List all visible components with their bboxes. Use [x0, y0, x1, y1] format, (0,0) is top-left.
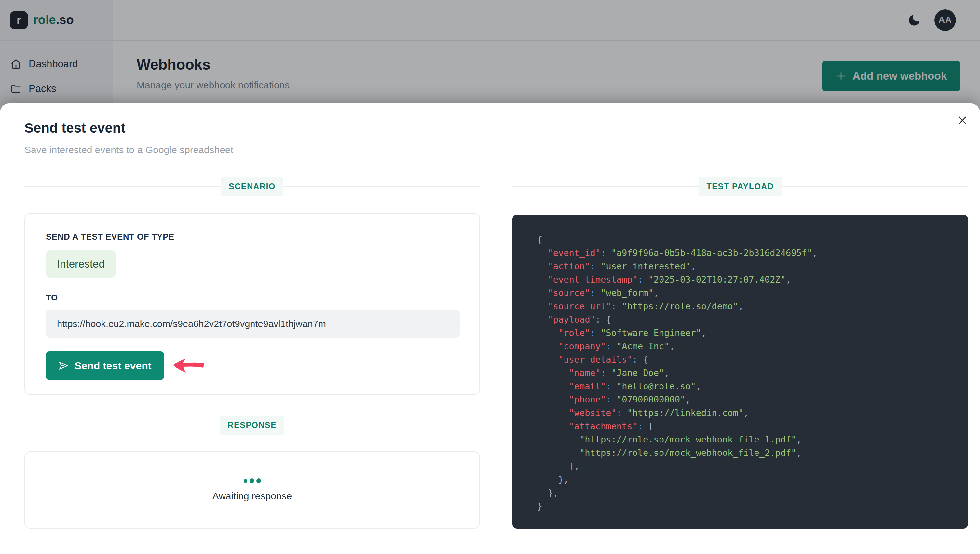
to-label: TO: [46, 293, 458, 303]
payload-column: TEST PAYLOAD { "event_id": "a9f9f96a-0b5…: [512, 103, 968, 554]
send-test-event-label: Send test event: [75, 360, 152, 372]
code-line: "source": "web_form",: [537, 286, 955, 299]
send-row: Send test event: [46, 352, 458, 380]
code-line: },: [537, 473, 955, 486]
code-line: "event_id": "a9f9f96a-0b5b-418a-ac3b-2b3…: [537, 246, 955, 259]
code-line: ],: [537, 459, 955, 473]
scenario-column: SCENARIO SEND A TEST EVENT OF TYPE Inter…: [24, 103, 480, 554]
code-line: "payload": {: [537, 313, 955, 326]
code-line: "action": "user_interested",: [537, 259, 955, 273]
test-payload-code-block: { "event_id": "a9f9f96a-0b5b-418a-ac3b-2…: [512, 215, 968, 529]
payload-section-label: TEST PAYLOAD: [699, 177, 782, 196]
response-section-label: RESPONSE: [220, 416, 285, 435]
code-line: },: [537, 486, 955, 499]
send-plane-icon: [58, 361, 69, 371]
code-line: "user_details": {: [537, 353, 955, 366]
code-line: "https://role.so/mock_webhook_file_2.pdf…: [537, 446, 955, 459]
red-arrow-left-icon: [172, 358, 205, 374]
code-line: "email": "hello@role.so",: [537, 379, 955, 393]
awaiting-response-text: Awaiting response: [212, 490, 292, 501]
code-line: "source_url": "https://role.so/demo",: [537, 299, 955, 313]
event-type-label: SEND A TEST EVENT OF TYPE: [46, 232, 458, 242]
response-card: Awaiting response: [24, 451, 480, 529]
loading-dots-icon: [244, 478, 261, 484]
code-line: {: [537, 233, 955, 246]
code-line: "attachments": [: [537, 419, 955, 433]
scenario-card: SEND A TEST EVENT OF TYPE Interested TO …: [24, 213, 480, 395]
send-test-event-button[interactable]: Send test event: [46, 352, 164, 380]
scenario-section-label: SCENARIO: [221, 177, 283, 196]
payload-divider: TEST PAYLOAD: [512, 177, 968, 196]
code-line: "event_timestamp": "2025-03-02T10:27:07.…: [537, 273, 955, 286]
send-test-event-modal: Send test event Save interested events t…: [0, 103, 980, 554]
scenario-divider: SCENARIO: [24, 177, 480, 196]
code-line: "website": "https://linkedin.com",: [537, 406, 955, 419]
code-line: "name": "Jane Doe",: [537, 366, 955, 379]
code-line: "phone": "07900000000",: [537, 393, 955, 406]
code-line: }: [537, 499, 955, 513]
webhook-url-input[interactable]: [46, 310, 460, 338]
response-divider: RESPONSE: [24, 416, 480, 435]
code-line: "https://role.so/mock_webhook_file_1.pdf…: [537, 433, 955, 446]
code-line: "role": "Software Engineer",: [537, 326, 955, 339]
code-line: "company": "Acme Inc",: [537, 339, 955, 353]
event-type-badge[interactable]: Interested: [46, 250, 116, 278]
